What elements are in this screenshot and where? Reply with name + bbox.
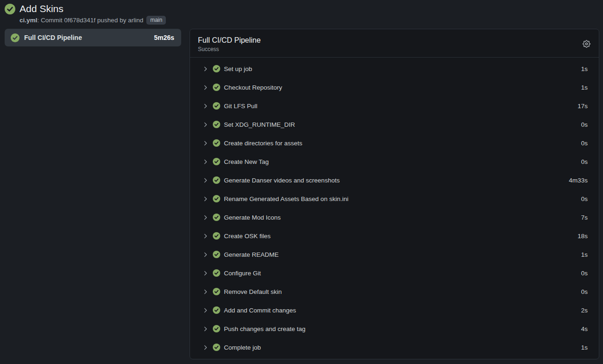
step-name: Push changes and create tag — [224, 325, 306, 332]
step-row[interactable]: Git LFS Pull 17s — [190, 97, 599, 115]
step-success-check-icon — [213, 325, 220, 332]
job-detail-panel: Full CI/CD Pipeline Success Set up job 1… — [190, 29, 599, 359]
job-duration: 5m26s — [154, 34, 174, 41]
success-check-icon — [5, 4, 15, 14]
step-name: Create OSK files — [224, 233, 271, 240]
job-success-check-icon — [11, 33, 20, 42]
step-row[interactable]: Configure Git 0s — [190, 264, 599, 282]
step-name: Remove Default skin — [224, 288, 282, 295]
step-duration: 0s — [581, 270, 588, 277]
jobs-sidebar: Full CI/CD Pipeline 5m26s — [5, 29, 181, 46]
chevron-right-icon — [203, 177, 209, 183]
step-duration: 1s — [581, 84, 588, 91]
chevron-right-icon — [203, 140, 209, 146]
step-name: Git LFS Pull — [224, 103, 257, 110]
commit-info: : Commit 0f678d341f pushed by arlind — [37, 17, 143, 24]
chevron-right-icon — [203, 289, 209, 295]
step-name: Generate Danser videos and screenshots — [224, 177, 340, 184]
step-row[interactable]: Create directories for assets 0s — [190, 134, 599, 152]
step-duration: 17s — [577, 103, 588, 110]
step-duration: 0s — [581, 288, 588, 295]
step-row[interactable]: Remove Default skin 0s — [190, 282, 599, 301]
workflow-file-name: ci.yml — [20, 17, 37, 24]
settings-gear-icon[interactable] — [583, 40, 590, 48]
chevron-right-icon — [203, 66, 209, 72]
step-duration: 1s — [581, 65, 588, 72]
step-success-check-icon — [213, 176, 220, 184]
step-row[interactable]: Checkout Repository 1s — [190, 78, 599, 97]
step-success-check-icon — [213, 214, 220, 221]
job-status-text: Success — [198, 46, 261, 52]
chevron-right-icon — [203, 84, 209, 91]
step-success-check-icon — [213, 158, 220, 165]
step-success-check-icon — [213, 139, 220, 147]
step-duration: 0s — [581, 121, 588, 128]
step-duration: 0s — [581, 195, 588, 202]
step-duration: 7s — [581, 214, 588, 221]
job-name: Full CI/CD Pipeline — [24, 34, 149, 41]
step-row[interactable]: Generate Danser videos and screenshots 4… — [190, 171, 599, 189]
step-name: Generate README — [224, 251, 279, 258]
step-row[interactable]: Set up job 1s — [190, 59, 599, 78]
chevron-right-icon — [203, 252, 209, 258]
step-duration: 4m33s — [569, 177, 588, 184]
step-name: Generate Mod Icons — [224, 214, 281, 221]
step-success-check-icon — [213, 269, 220, 277]
run-title: Add Skins — [20, 3, 64, 14]
chevron-right-icon — [203, 214, 209, 221]
step-success-check-icon — [213, 65, 220, 72]
step-row[interactable]: Create OSK files 18s — [190, 227, 599, 245]
step-row[interactable]: Generate README 1s — [190, 245, 599, 264]
step-duration: 18s — [577, 233, 588, 240]
run-header: Add Skins ci.yml: Commit 0f678d341f push… — [0, 0, 603, 25]
chevron-right-icon — [203, 307, 209, 313]
chevron-right-icon — [203, 326, 209, 332]
step-duration: 0s — [581, 158, 588, 165]
step-duration: 2s — [581, 307, 588, 314]
step-name: Configure Git — [224, 270, 261, 277]
step-row[interactable]: Rename Generated Assets Based on skin.in… — [190, 189, 599, 208]
step-success-check-icon — [213, 288, 220, 295]
branch-badge[interactable]: main — [146, 16, 166, 25]
step-row[interactable]: Add and Commit changes 2s — [190, 301, 599, 319]
chevron-right-icon — [203, 270, 209, 276]
chevron-right-icon — [203, 344, 209, 351]
step-row[interactable]: Generate Mod Icons 7s — [190, 208, 599, 227]
chevron-right-icon — [203, 103, 209, 109]
step-name: Set XDG_RUNTIME_DIR — [224, 121, 295, 128]
step-row[interactable]: Set XDG_RUNTIME_DIR 0s — [190, 115, 599, 134]
step-row[interactable]: Push changes and create tag 4s — [190, 319, 599, 338]
step-name: Create New Tag — [224, 158, 269, 165]
sidebar-job-full-pipeline[interactable]: Full CI/CD Pipeline 5m26s — [5, 29, 181, 46]
step-duration: 4s — [581, 325, 588, 332]
step-row[interactable]: Complete job 1s — [190, 338, 599, 357]
chevron-right-icon — [203, 196, 209, 202]
step-success-check-icon — [213, 195, 220, 202]
step-name: Create directories for assets — [224, 140, 302, 147]
step-success-check-icon — [213, 84, 220, 91]
step-row[interactable]: Create New Tag 0s — [190, 152, 599, 171]
step-success-check-icon — [213, 251, 220, 258]
step-duration: 1s — [581, 344, 588, 351]
step-success-check-icon — [213, 121, 220, 128]
chevron-right-icon — [203, 122, 209, 128]
step-duration: 0s — [581, 140, 588, 147]
step-success-check-icon — [213, 102, 220, 110]
step-success-check-icon — [213, 344, 220, 351]
step-success-check-icon — [213, 306, 220, 314]
step-name: Complete job — [224, 344, 261, 351]
run-subtitle: ci.yml: Commit 0f678d341f pushed by arli… — [20, 16, 603, 25]
steps-list: Set up job 1s Checkout Repository 1s Git… — [190, 58, 599, 357]
job-panel-header: Full CI/CD Pipeline Success — [190, 29, 599, 58]
content-area: Full CI/CD Pipeline 5m26s Full CI/CD Pip… — [0, 25, 603, 359]
chevron-right-icon — [203, 233, 209, 239]
step-name: Rename Generated Assets Based on skin.in… — [224, 195, 348, 202]
chevron-right-icon — [203, 159, 209, 165]
step-name: Set up job — [224, 65, 252, 72]
step-success-check-icon — [213, 232, 220, 240]
step-name: Add and Commit changes — [224, 307, 296, 314]
job-panel-title: Full CI/CD Pipeline — [198, 36, 261, 45]
step-duration: 1s — [581, 251, 588, 258]
step-name: Checkout Repository — [224, 84, 282, 91]
